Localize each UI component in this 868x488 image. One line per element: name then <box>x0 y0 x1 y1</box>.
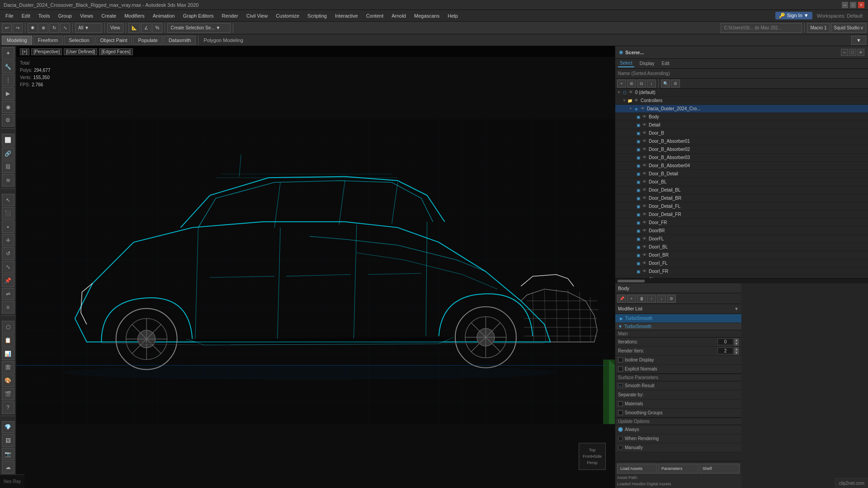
rotate-button[interactable]: ↻ <box>49 23 59 33</box>
menu-file[interactable]: File <box>2 12 17 19</box>
track-view-icon[interactable]: 📊 <box>2 347 14 360</box>
scene-tb-3[interactable]: ⊟ <box>637 80 646 88</box>
snaps-toggle[interactable]: 📐 <box>128 23 140 33</box>
scale-icon[interactable]: ⤡ <box>2 261 14 273</box>
mod-pin-btn[interactable]: 📌 <box>617 295 626 303</box>
angle-snap[interactable]: ∠ <box>141 23 151 33</box>
vis-abs03[interactable]: 👁 <box>642 155 648 160</box>
scene-filter-btn[interactable]: 🔍 <box>661 80 670 88</box>
percent-snap[interactable]: % <box>152 23 163 33</box>
tab-display[interactable]: Display <box>638 60 656 67</box>
manually-radio[interactable] <box>618 445 623 450</box>
maximize-button[interactable]: □ <box>850 2 856 8</box>
iterations-input[interactable] <box>717 338 733 345</box>
render-frame-icon[interactable]: 📷 <box>2 448 14 460</box>
scene-item-default[interactable]: ▼ ⬡ 👁 0 (default) <box>615 89 868 97</box>
utilities-icon[interactable]: ⚙ <box>2 114 14 127</box>
tab-edit[interactable]: Edit <box>660 60 671 67</box>
scene-item-dacia[interactable]: ▼ ◈ 👁 Dacia_Duster_2024_Cro... <box>615 105 868 113</box>
modify-icon[interactable]: 🔧 <box>2 61 14 73</box>
viewport-label-btn[interactable]: View <box>107 23 123 33</box>
viewport-plus-btn[interactable]: [+] <box>20 48 29 55</box>
visibility-icon[interactable]: 👁 <box>629 90 634 95</box>
scene-item-door-absorber02[interactable]: ▣ 👁 Door_B_Absorber02 <box>615 145 868 154</box>
modeling-mode-button[interactable]: Modeling <box>2 36 32 45</box>
viewport-edged-faces-btn[interactable]: [Edged Faces] <box>99 48 132 55</box>
menu-views[interactable]: Views <box>76 12 97 19</box>
scene-settings-btn[interactable]: ⚙ <box>671 80 680 88</box>
unlink-icon[interactable]: ⛓ <box>2 160 14 173</box>
macro-button[interactable]: Macro 1 <box>807 23 830 33</box>
navigation-cube[interactable]: Top Front▪Side Persp <box>579 443 606 470</box>
vis-bl[interactable]: 👁 <box>642 179 648 185</box>
select-icon[interactable]: ↖ <box>2 194 14 206</box>
vis-abs02[interactable]: 👁 <box>642 147 648 152</box>
scene-item-door-detail-bl[interactable]: ▣ 👁 Door_Detail_BL <box>615 186 868 194</box>
sign-in-button[interactable]: 🔑 Sign In ▼ <box>775 12 812 19</box>
rotate-icon[interactable]: ↺ <box>2 247 14 260</box>
iterations-up-btn[interactable]: ▲ <box>734 338 739 342</box>
window-crossing-icon[interactable]: ▪ <box>2 221 14 233</box>
isoline-checkbox[interactable] <box>618 357 623 362</box>
vis-doorfl[interactable]: 👁 <box>642 236 648 242</box>
visibility-icon-3[interactable]: 👁 <box>641 106 646 112</box>
vis-body[interactable]: 👁 <box>642 114 648 120</box>
render-iters-down-btn[interactable]: ▼ <box>734 351 739 355</box>
scene-tb-2[interactable]: ⊞ <box>627 80 636 88</box>
freeform-mode-button[interactable]: Freeform <box>33 36 63 45</box>
vis-bdetail[interactable]: 👁 <box>642 171 648 177</box>
display-icon[interactable]: ◉ <box>2 101 14 113</box>
vis-ifr[interactable]: 👁 <box>642 269 648 274</box>
make-preview-icon[interactable]: 🎬 <box>2 388 14 400</box>
vis-door-b[interactable]: 👁 <box>642 131 648 136</box>
schematic-icon[interactable]: 🕸 <box>2 361 14 374</box>
mod-move-down-btn[interactable]: ↓ <box>657 295 666 303</box>
parameters-button[interactable]: Parameters <box>658 464 698 474</box>
vis-dbr[interactable]: 👁 <box>642 196 648 201</box>
render-setup-icon[interactable]: 🖼 <box>2 434 14 447</box>
scene-item-doori-bl[interactable]: ▣ 👁 DoorI_BL <box>615 243 868 251</box>
workspace-button[interactable]: Squid Studio v <box>831 23 867 33</box>
explicit-normals-checkbox[interactable] <box>618 366 623 371</box>
materials-checkbox[interactable] <box>618 401 623 406</box>
iterations-down-btn[interactable]: ▼ <box>734 342 739 346</box>
mirror-icon[interactable]: ⇌ <box>2 288 14 300</box>
smoothing-groups-checkbox[interactable] <box>618 410 623 415</box>
create-icon[interactable]: ✦ <box>2 47 14 60</box>
scene-item-doorfl[interactable]: ▣ 👁 DoorFL <box>615 235 868 243</box>
vis-abs01[interactable]: 👁 <box>642 139 648 144</box>
scene-item-detail[interactable]: ▣ 👁 Detail <box>615 121 868 129</box>
vis-dbl[interactable]: 👁 <box>642 188 648 193</box>
scene-item-door-absorber03[interactable]: ▣ 👁 Door_B_Absorber03 <box>615 154 868 162</box>
motion-icon[interactable]: ▶ <box>2 87 14 100</box>
undo-button[interactable]: ↩ <box>2 23 12 33</box>
scene-maximize-button[interactable]: □ <box>849 49 856 56</box>
move-button[interactable]: ⊕ <box>38 23 48 33</box>
scene-item-doori-fl[interactable]: ▣ 👁 DoorI_FL <box>615 259 868 267</box>
menu-group[interactable]: Group <box>54 12 75 19</box>
selection-mode-button[interactable]: Selection <box>64 36 94 45</box>
move-icon[interactable]: ✛ <box>2 234 14 247</box>
scene-item-door-bl[interactable]: ▣ 👁 Door_BL <box>615 178 868 186</box>
menu-render[interactable]: Render <box>218 12 242 19</box>
scene-item-door-absorber01[interactable]: ▣ 👁 Door_B_Absorber01 <box>615 137 868 145</box>
selection-filter[interactable]: Create Selection Se... ▼ <box>167 23 231 33</box>
vis-detail[interactable]: 👁 <box>642 122 648 128</box>
render-iters-input[interactable] <box>717 347 733 354</box>
link-icon[interactable]: 🔗 <box>2 147 14 160</box>
scene-item-door-fr[interactable]: ▣ 👁 Door_FR <box>615 219 868 227</box>
viewport-wrapper[interactable]: [+] [Perspective] [User Defined] [Edged … <box>16 46 615 488</box>
viewport-perspective-btn[interactable]: [Perspective] <box>31 48 62 55</box>
hierarchy-icon[interactable]: ⋮ <box>2 74 14 86</box>
select-button[interactable]: ✱ <box>28 23 38 33</box>
scene-item-door-b-detail[interactable]: ▣ 👁 Door_B_Detail <box>615 170 868 178</box>
vis-dfr[interactable]: 👁 <box>642 212 648 217</box>
scene-states-icon[interactable]: 📋 <box>2 334 14 347</box>
vis-ibl[interactable]: 👁 <box>642 244 648 250</box>
mod-move-up-btn[interactable]: ↑ <box>647 295 656 303</box>
viewport-user-defined-btn[interactable]: [User Defined] <box>64 48 97 55</box>
redo-button[interactable]: ↪ <box>13 23 23 33</box>
scene-item-door-detail-br[interactable]: ▣ 👁 Door_Detail_BR <box>615 194 868 202</box>
always-radio[interactable] <box>618 427 623 432</box>
tab-select[interactable]: Select <box>618 60 634 67</box>
